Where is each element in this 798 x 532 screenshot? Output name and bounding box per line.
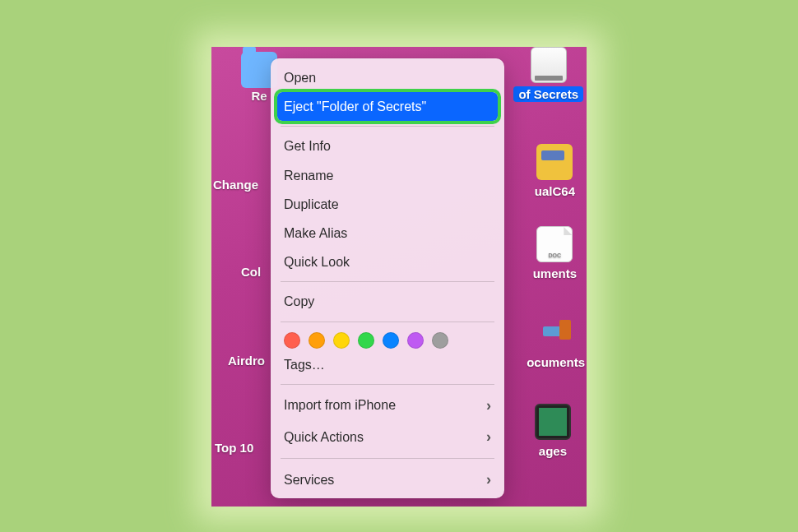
menu-make-alias[interactable]: Make Alias (271, 219, 504, 247)
menu-separator (281, 458, 494, 459)
menu-label: Import from iPhone (284, 394, 396, 416)
document-icon (536, 226, 573, 262)
icon-label: uments (528, 266, 582, 281)
icon-label: Change (211, 177, 263, 192)
menu-import-iphone[interactable]: Import from iPhone › (271, 390, 504, 422)
menu-get-info[interactable]: Get Info (271, 132, 504, 160)
chevron-right-icon: › (486, 467, 491, 493)
tag-purple[interactable] (407, 332, 424, 349)
tag-color-row (271, 327, 504, 350)
menu-label: Quick Look (284, 251, 350, 273)
desktop-icon-virtualc64[interactable]: ualC64 (530, 144, 580, 199)
desktop-icon-stick[interactable]: ocuments (522, 315, 587, 370)
menu-quick-look[interactable]: Quick Look (271, 247, 504, 276)
menu-quick-actions[interactable]: Quick Actions › (271, 421, 504, 453)
menu-label: Eject "Folder of Secrets" (284, 95, 426, 118)
window-icon (535, 404, 571, 440)
menu-label: Duplicate (284, 193, 339, 215)
menu-label: Make Alias (284, 222, 347, 244)
icon-label: Col (236, 264, 266, 280)
app-icon (536, 144, 573, 180)
desktop-icon-images[interactable]: ages (534, 404, 572, 459)
desktop-frame: of Secrets ualC64 uments ocuments ages R… (211, 47, 587, 507)
tag-green[interactable] (358, 332, 374, 349)
chevron-right-icon: › (486, 393, 491, 419)
desktop-icon-left-3[interactable]: Airdro (223, 353, 270, 368)
icon-label: Re (246, 88, 271, 104)
menu-label: Open (284, 67, 316, 89)
tag-blue[interactable] (383, 332, 399, 349)
menu-open[interactable]: Open (271, 63, 504, 92)
desktop-icon-documents[interactable]: uments (528, 226, 582, 281)
desktop-icon-left-2[interactable]: Col (236, 264, 266, 280)
menu-copy[interactable]: Copy (271, 287, 504, 316)
tag-yellow[interactable] (333, 332, 350, 349)
menu-duplicate[interactable]: Duplicate (271, 190, 504, 219)
icon-label: Top 10 (211, 440, 258, 456)
usb-icon (538, 315, 574, 351)
menu-services[interactable]: Services › (271, 464, 504, 496)
menu-label: Tags… (284, 354, 325, 376)
context-menu: Open Eject "Folder of Secrets" Get Info … (271, 58, 504, 498)
icon-label: ualC64 (530, 183, 580, 199)
icon-label: of Secrets (513, 86, 583, 102)
menu-separator (281, 126, 494, 127)
tag-orange[interactable] (309, 332, 325, 349)
desktop-icon-left-4[interactable]: Top 10 (211, 440, 258, 456)
menu-separator (281, 281, 494, 282)
menu-label: Get Info (284, 135, 331, 157)
icon-label: Airdro (223, 353, 270, 368)
icon-label: ocuments (522, 354, 587, 370)
menu-label: Quick Actions (284, 426, 364, 448)
chevron-right-icon: › (486, 424, 491, 450)
tag-gray[interactable] (432, 332, 448, 349)
menu-label: Rename (284, 164, 333, 187)
tag-red[interactable] (284, 332, 300, 349)
drive-icon (531, 47, 567, 83)
menu-separator (281, 384, 494, 385)
menu-tags[interactable]: Tags… (271, 350, 504, 379)
menu-label: Services (284, 469, 334, 491)
desktop-icon-left-1[interactable]: Change (211, 177, 263, 192)
menu-separator (281, 322, 494, 322)
menu-label: Copy (284, 290, 314, 312)
menu-eject[interactable]: Eject "Folder of Secrets" (277, 92, 498, 121)
menu-rename[interactable]: Rename (271, 161, 504, 190)
icon-label: ages (534, 443, 572, 459)
desktop-icon-secrets[interactable]: of Secrets (513, 47, 583, 102)
